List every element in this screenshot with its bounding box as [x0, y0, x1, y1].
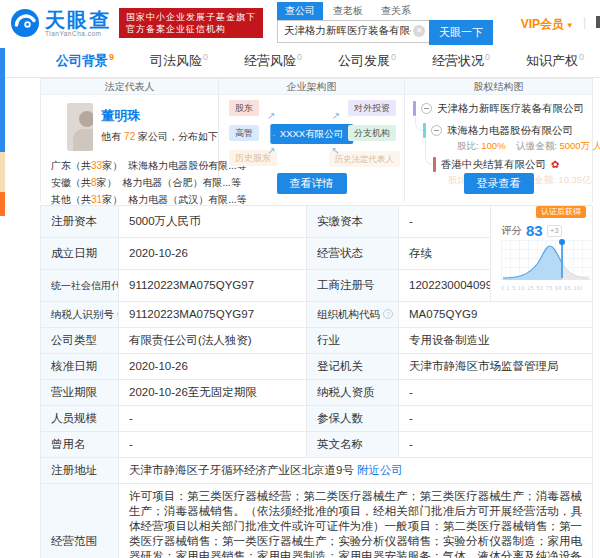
tab-judicial-risk[interactable]: 司法风险0 — [150, 52, 208, 70]
equity-node-hk[interactable]: 香港中央结算有限公司 ✿ — [433, 157, 559, 172]
cert-badge: 认证后获得 — [536, 206, 586, 218]
side-strip-blue — [0, 48, 5, 152]
table-row: 核准日期 2020-10-26 登记机关 天津市静海区市场监督管理局 — [41, 354, 593, 380]
vip-menu[interactable]: VIP会员 ▾ — [521, 16, 572, 33]
field-label: 核准日期 — [41, 354, 119, 380]
field-label: 经营状态 — [307, 238, 399, 270]
org-box-investment[interactable]: 对外投资 — [348, 100, 396, 116]
table-row: 营业期限 2020-10-26至无固定期限 纳税人资质 - — [41, 380, 593, 406]
search-tab-boss[interactable]: 查老板 — [325, 2, 371, 20]
field-label: 注册资本 — [41, 206, 119, 238]
help-icon[interactable]: ? — [383, 309, 393, 319]
arrow-ne-icon: ↗ — [332, 110, 340, 121]
field-label: 注册地址 — [41, 458, 119, 484]
score-distribution-chart — [501, 240, 591, 280]
business-scope-text: 许可项目：第三类医疗器械经营；第二类医疗器械生产；第三类医疗器械生产；消毒器械生… — [119, 484, 593, 558]
header-divider: | — [583, 15, 586, 29]
field-value: - — [399, 406, 593, 432]
tab-company-background[interactable]: 公司背景9 — [56, 52, 114, 70]
field-value: 2020-10-26至无固定期限 — [119, 380, 307, 406]
content: 法定代表人 董明珠 他有 72 家公司，分布如下 广东（共33家）珠海格力 — [40, 78, 593, 558]
truncated-menu-item — [596, 16, 600, 28]
legal-rep-title: 法定代表人 — [41, 79, 218, 95]
field-label: 参保人数 — [307, 406, 399, 432]
legal-rep-summary: 他有 72 家公司，分布如下 — [101, 130, 218, 144]
table-row: 注册资本 5000万人民币 实缴资本 - 认证后获得 评分 83 +3 — [41, 206, 593, 238]
region-row: 广东（共33家）珠海格力电器股份有限...等 — [51, 157, 218, 174]
tree-connector — [425, 139, 433, 165]
tab-count: 0 — [297, 52, 302, 62]
field-label: 行业 — [307, 328, 399, 354]
search-tab-company[interactable]: 查公司 — [277, 2, 323, 20]
node-color-bar — [433, 157, 436, 172]
field-label: 经营范围 — [41, 484, 119, 558]
region-row: 安徽（共8家）格力电器（合肥）有限...等 — [51, 174, 218, 191]
field-label: 人员规模 — [41, 406, 119, 432]
org-box-branch[interactable]: 分支机构 — [348, 125, 396, 141]
header: 天眼查 TianYanCha.com 国家中小企业发展子基金旗下 官方备案企业征… — [0, 0, 600, 46]
field-value: 专用设备制造业 — [399, 328, 593, 354]
company-count: 72 — [124, 131, 135, 142]
collapse-icon[interactable] — [421, 103, 432, 114]
search-area: 查公司 查老板 查关系 ✕ 天眼一下 — [277, 2, 477, 45]
region-row: 其他（共31家）格力电器（武汉）有限...等 — [51, 191, 218, 208]
search-input[interactable] — [277, 20, 429, 43]
overview-panels: 法定代表人 董明珠 他有 72 家公司，分布如下 广东（共33家）珠海格力 — [40, 78, 593, 202]
field-value: 120223000409950 — [399, 270, 491, 302]
arrow-right-icon: → — [267, 128, 277, 139]
view-detail-button[interactable]: 查看详情 — [277, 173, 347, 194]
field-label: 纳税人资质 — [307, 380, 399, 406]
gov-badge: 国家中小企业发展子基金旗下 官方备案企业征信机构 — [119, 8, 263, 38]
arrow-nw-icon: ↖ — [332, 145, 340, 156]
field-label: 曾用名 — [41, 432, 119, 458]
legal-rep-name[interactable]: 董明珠 — [101, 107, 218, 125]
score-panel: 认证后获得 评分 83 +3 — [491, 206, 593, 302]
org-box-center-company[interactable]: XXXX有限公司 — [270, 124, 353, 144]
legal-rep-avatar[interactable] — [67, 103, 93, 151]
logo[interactable]: 天眼查 TianYanCha.com — [10, 8, 111, 38]
org-box-shareholder[interactable]: 股东 — [229, 100, 259, 116]
search-button[interactable]: 天眼一下 — [429, 20, 493, 45]
field-label: 纳税人识别号? — [41, 302, 119, 328]
vip-label: VIP会员 — [521, 17, 564, 31]
clear-icon[interactable]: ✕ — [413, 25, 425, 37]
field-value: 有限责任公司(法人独资) — [119, 328, 307, 354]
arrow-ne-icon: ↗ — [267, 110, 275, 121]
search-tab-relation[interactable]: 查关系 — [373, 2, 419, 20]
score-value: 83 — [526, 223, 543, 238]
field-value: - — [119, 432, 307, 458]
field-value: - — [119, 406, 307, 432]
side-strip-tan — [0, 152, 5, 192]
node-color-bar — [413, 101, 416, 116]
field-label: 营业期限 — [41, 380, 119, 406]
equity-node-parent[interactable]: 珠海格力电器股份有限公司 — [423, 123, 573, 138]
score-label: 评分 — [501, 223, 522, 238]
tab-intellectual-property[interactable]: 知识产权0 — [526, 52, 584, 70]
table-row: 公司类型 有限责任公司(法人独资) 行业 专用设备制造业 — [41, 328, 593, 354]
tab-company-development[interactable]: 公司发展0 — [338, 52, 396, 70]
nearby-companies-link[interactable]: 附近公司 — [357, 464, 403, 476]
org-box-executive[interactable]: 高管 — [229, 125, 259, 141]
arrow-ne-icon: ↗ — [267, 145, 275, 156]
login-view-button[interactable]: 登录查看 — [464, 173, 534, 194]
equity-node-root[interactable]: 天津格力新晖医疗装备有限公司 — [413, 101, 584, 116]
side-strip-orange — [0, 192, 5, 216]
org-chart-panel: 企业架构图 股东 高管 历史股东 XXXX有限公司 对外投资 分支机构 历史法定… — [219, 79, 405, 202]
legal-rep-region-list: 广东（共33家）珠海格力电器股份有限...等 安徽（共8家）格力电器（合肥）有限… — [41, 155, 218, 208]
field-label: 登记机关 — [307, 354, 399, 380]
table-row-scope: 经营范围 许可项目：第三类医疗器械经营；第二类医疗器械生产；第三类医疗器械生产；… — [41, 484, 593, 558]
tab-operation-status[interactable]: 经营状况0 — [432, 52, 490, 70]
field-value: 91120223MA075QYG97 — [119, 302, 307, 328]
table-row-address: 注册地址 天津市静海区子牙循环经济产业区北京道9号 附近公司 — [41, 458, 593, 484]
tree-connector — [415, 117, 423, 131]
field-value: 91120223MA075QYG97 — [119, 270, 307, 302]
legal-rep-panel: 法定代表人 董明珠 他有 72 家公司，分布如下 广东（共33家）珠海格力 — [41, 79, 219, 202]
tab-operation-risk[interactable]: 经营风险0 — [244, 52, 302, 70]
table-row: 人员规模 - 参保人数 - — [41, 406, 593, 432]
tab-count: 9 — [109, 52, 114, 62]
field-value: 天津市静海区子牙循环经济产业区北京道9号 附近公司 — [119, 458, 593, 484]
collapse-icon[interactable] — [431, 125, 442, 136]
score-axis-ticks: 0 1 5 10 25 50 75 90 95 100 — [501, 281, 582, 296]
field-value: MA075QYG9 — [399, 302, 593, 328]
tab-count: 0 — [579, 52, 584, 62]
